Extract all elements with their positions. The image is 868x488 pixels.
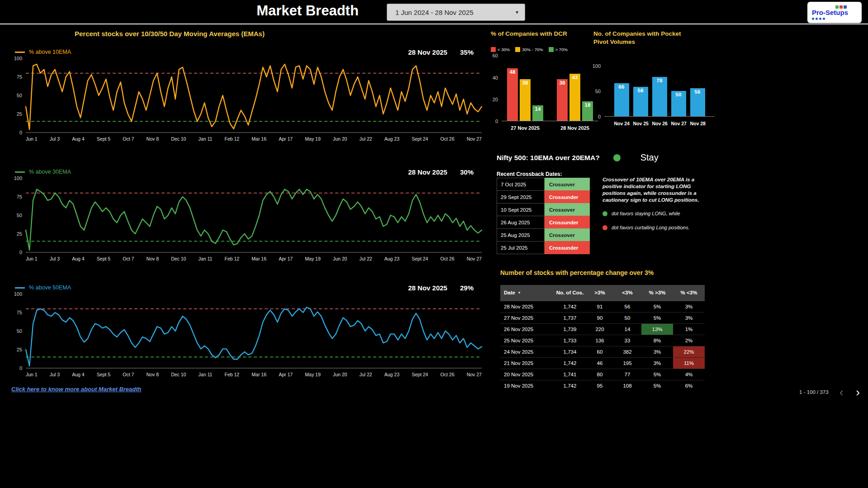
y-axis-labels: 1007550250 — [11, 177, 26, 254]
pocket-pivot-bars: 6658785056 — [604, 66, 715, 117]
column-header-label: No. of Cos. — [556, 290, 584, 296]
crossback-date-cell: 25 Aug 2025 — [497, 228, 545, 242]
bar: 38 — [520, 79, 531, 121]
x-tick-label: Nov 8 — [147, 256, 159, 261]
ema-charts: % above 10EMA28 Nov 202535%1007550250Jun… — [11, 47, 482, 378]
table-cell: 1,742 — [554, 380, 586, 388]
column-header[interactable]: Date▼ — [500, 285, 554, 301]
table-cell: 1,741 — [554, 369, 586, 380]
bar: 50 — [671, 91, 686, 116]
y-tick-label: 100 — [14, 56, 22, 61]
x-tick-label: Nov 8 — [147, 136, 159, 142]
y-tick-label: 75 — [17, 194, 22, 199]
x-tick-label: Jan 11 — [199, 372, 213, 377]
x-tick-label: Nov 26 — [652, 121, 667, 126]
table-cell: 382 — [613, 346, 641, 357]
table-cell: 1% — [673, 324, 705, 335]
last-date: 28 Nov 2025 — [408, 284, 447, 292]
table-cell: 19 Nov 2025 — [500, 380, 554, 388]
x-tick-label: Nov 27 — [467, 136, 482, 142]
y-tick-label: 40 — [493, 75, 498, 81]
bar-value-label: 58 — [633, 88, 648, 93]
x-tick-label: May 19 — [305, 136, 320, 142]
x-tick-label: May 19 — [305, 372, 320, 377]
x-tick-label: Jul 22 — [360, 136, 372, 142]
column-header[interactable]: No. of Cos. — [554, 285, 586, 301]
table-row: 26 Nov 20251,7392201413%1% — [500, 324, 705, 335]
legend-item: 30% - 70% — [515, 47, 543, 52]
column-header[interactable]: % >3% — [641, 285, 673, 301]
table-row: 7 Oct 2025Crossover — [497, 178, 590, 191]
x-tick-label: Jul 22 — [360, 256, 372, 261]
y-tick-label: 0 — [495, 118, 498, 124]
y-tick-label: 0 — [19, 130, 22, 135]
pagination: 1 - 100 / 373 ‹ › — [799, 388, 862, 396]
table-cell: 14 — [613, 324, 641, 335]
chart-legend: % above 30EMA28 Nov 202530% — [11, 167, 482, 177]
table-cell: 2% — [673, 335, 705, 346]
bar: 48 — [507, 68, 518, 121]
x-tick-label: Apr 17 — [279, 136, 293, 142]
table-cell: 25 Nov 2025 — [500, 335, 554, 346]
crossback-status-cell: Crossunder — [545, 190, 590, 204]
nifty-signal: Nifty 500: 10EMA over 20EMA? Stay — [497, 152, 659, 163]
bar-value-label: 50 — [671, 92, 686, 97]
x-tick-label: Sept 5 — [97, 372, 110, 377]
x-tick-label: Dec 10 — [171, 136, 186, 142]
crossback-status-cell: Crossover — [545, 203, 590, 216]
y-tick-label: 75 — [17, 74, 22, 80]
ema-chart-1: % above 10EMA28 Nov 202535%1007550250Jun… — [11, 47, 482, 142]
y-axis-labels: 6040200 — [491, 56, 502, 121]
x-tick-label: Feb 12 — [225, 256, 240, 261]
next-page-button[interactable]: › — [854, 388, 862, 396]
y-axis-labels: 1007550250 — [11, 57, 26, 134]
market-breadth-link[interactable]: Click here to know more about Market Bre… — [11, 386, 142, 393]
y-tick-label: 100 — [14, 175, 22, 181]
y-tick-label: 25 — [17, 231, 22, 237]
table-cell: 1,742 — [554, 358, 586, 369]
table-cell: 95 — [586, 380, 613, 388]
logo-text: Pro-Setups — [812, 9, 857, 17]
green-bullet-text: dot favors staying LONG, while — [612, 211, 680, 216]
x-tick-label: Aug 23 — [384, 256, 399, 261]
date-range-dropdown[interactable]: 1 Jun 2024 - 28 Nov 2025 ▾ — [387, 4, 525, 21]
crossback-date-cell: 25 Jul 2025 — [497, 241, 545, 254]
y-tick-label: 0 — [19, 250, 22, 255]
x-tick-label: Apr 17 — [279, 372, 293, 377]
x-tick-label: 28 Nov 2025 — [557, 125, 593, 131]
pct-change-title: Number of stocks with percentage change … — [500, 269, 654, 276]
bar-value-label: 18 — [582, 102, 593, 108]
last-value-readout: 28 Nov 202529% — [408, 284, 482, 292]
x-tick-label: Nov 24 — [614, 121, 629, 126]
column-header[interactable]: <3% — [613, 285, 641, 301]
table-cell: 60 — [586, 346, 613, 357]
y-axis-labels: 1007550250 — [11, 293, 26, 370]
column-header[interactable]: >3% — [586, 285, 613, 301]
pocket-pivot-chart: No. of Companies with Pocket Pivot Volum… — [593, 30, 715, 126]
x-tick-label: Dec 10 — [171, 372, 186, 377]
x-tick-label: Aug 23 — [384, 372, 399, 377]
prev-page-button[interactable]: ‹ — [838, 388, 845, 396]
red-bullet-text: dot favors curtailing Long positions. — [612, 225, 689, 230]
bar: 38 — [557, 79, 568, 121]
x-tick-label: Sept 24 — [412, 372, 428, 377]
x-axis-labels: Jun 1Jul 3Aug 4Sept 5Oct 7Nov 8Dec 10Jan… — [26, 134, 482, 142]
x-tick-label: Aug 23 — [384, 136, 399, 142]
x-tick-label: Jul 22 — [360, 372, 372, 377]
legend-label: % above 50EMA — [29, 284, 71, 291]
table-header-row: Date▼No. of Cos.>3%<3%% >3%% <3% — [500, 285, 705, 301]
nifty-status: Stay — [640, 152, 659, 163]
legend-swatch — [491, 47, 496, 52]
y-tick-label: 50 — [17, 328, 22, 334]
column-header-label: % <3% — [681, 290, 697, 296]
y-tick-label: 100 — [593, 63, 601, 69]
bar: 14 — [532, 105, 543, 121]
column-header[interactable]: % <3% — [673, 285, 705, 301]
x-tick-label: Jul 3 — [50, 256, 60, 261]
nifty-question: Nifty 500: 10EMA over 20EMA? — [497, 154, 600, 162]
table-cell: 1,742 — [554, 301, 586, 312]
table-cell: 28 Nov 2025 — [500, 301, 554, 312]
x-tick-label: Feb 12 — [225, 372, 240, 377]
crossback-status-cell: Crossunder — [545, 216, 590, 229]
green-bullet: dot favors staying LONG, while — [602, 211, 680, 216]
